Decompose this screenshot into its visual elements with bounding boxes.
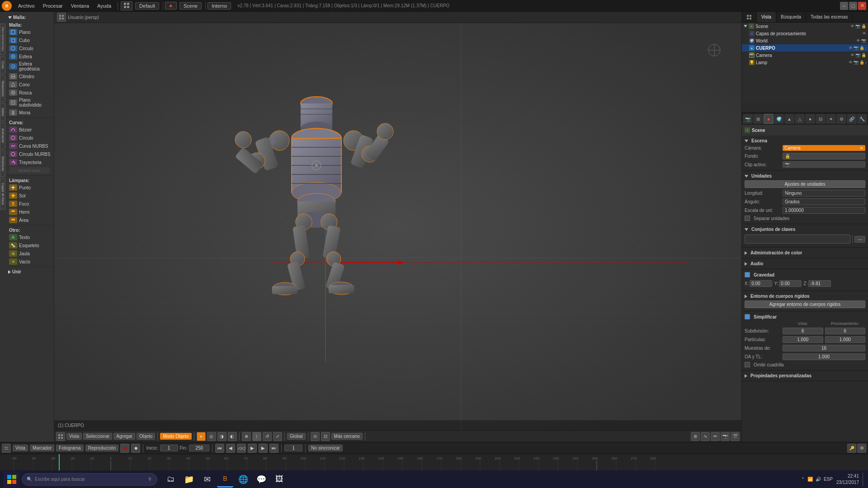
scene-vis-icon[interactable]: 👁 [850, 24, 854, 28]
keying-btn[interactable]: 🔑 [847, 444, 856, 453]
gpencil-btn[interactable]: ✏ [711, 432, 720, 441]
taskbar-clock[interactable]: 22:41 23/12/2017 [836, 473, 859, 486]
proportional-type[interactable]: ∿ [701, 432, 710, 441]
clip-value[interactable]: 📷 [783, 161, 865, 168]
lamp-vis-icon[interactable]: 👁 [849, 60, 853, 65]
scene-lock-icon[interactable]: 🔒 [861, 24, 866, 28]
sync-mode-btn[interactable]: No sincronizar [308, 445, 343, 451]
object-menu-btn[interactable]: Objeto [137, 433, 155, 440]
timeline-editor-type[interactable] [2, 444, 11, 453]
tool-plano[interactable]: Plano [6, 28, 54, 36]
tool-circulo-nurbs[interactable]: Círculo NURBS [6, 150, 54, 158]
tool-jaula[interactable]: ⊞ Jaula [6, 249, 54, 258]
start-button[interactable] [4, 471, 20, 488]
gravedad-checkbox[interactable] [745, 272, 750, 277]
scale-manipulator[interactable]: ⤢ [273, 432, 282, 441]
proportional-edit[interactable]: ⊚ [691, 432, 700, 441]
snap-mode-btn[interactable]: Más cercano [331, 433, 363, 440]
prop-object-btn[interactable]: ▲ [784, 114, 794, 124]
taskbar-mail[interactable]: ✉ [199, 471, 215, 488]
tool-texto[interactable]: A Texto [6, 233, 54, 241]
conjuntos-line-btn[interactable]: — [854, 236, 865, 243]
play-btn[interactable]: ▶ [248, 444, 257, 453]
taskbar-blender[interactable]: B [217, 471, 233, 488]
snap-toggle[interactable]: ⊙ [311, 432, 320, 441]
camara-value[interactable]: Camera ✕ [783, 145, 865, 151]
gravity-x-input[interactable] [750, 280, 772, 287]
world-vis-icon[interactable]: 👁 [856, 38, 860, 43]
prev-frame-btn[interactable]: ◀ [226, 444, 235, 453]
taskbar-up-arrow[interactable]: ⌃ [801, 477, 805, 482]
manipulator-btn[interactable]: ⊕ [242, 432, 251, 441]
tool-sol[interactable]: Sol [6, 192, 54, 200]
prop-material-btn[interactable]: ● [805, 114, 815, 124]
render-engine[interactable]: Interno [208, 2, 231, 9]
next-frame-btn[interactable]: ▶ [259, 444, 268, 453]
timeline-marcador-btn[interactable]: Marcador [30, 445, 54, 451]
microphone-icon[interactable]: 🎙 [148, 477, 152, 482]
timeline-body[interactable]: -50 -40 -30 -20 -10 0 10 20 30 40 50 60 … [0, 454, 868, 470]
tool-plano-subdividido[interactable]: Plano subdividido [6, 97, 54, 108]
conjuntos-input[interactable] [745, 235, 850, 244]
tool-esfera[interactable]: Esfera [6, 52, 54, 61]
tool-curva-nurbs[interactable]: Curva NURBS [6, 142, 54, 150]
fondo-value[interactable]: 🔒 [783, 153, 865, 160]
layers-vis-icon[interactable]: 👁 [862, 31, 866, 36]
outliner-tab-type[interactable] [742, 12, 757, 22]
angulo-value[interactable]: Grados [783, 198, 865, 205]
prop-particles-btn[interactable]: ✦ [826, 114, 836, 124]
tab-relaciones[interactable]: Relaciones [0, 75, 5, 102]
viewport-shading-solid[interactable]: ● [197, 432, 206, 441]
tab-animacion[interactable]: Animación [0, 122, 5, 149]
record-sel-btn[interactable]: ⏺ [131, 444, 140, 453]
muestras-input[interactable] [783, 345, 865, 352]
add-menu-btn[interactable]: Agregar [113, 433, 135, 440]
longitud-value[interactable]: Ninguno [783, 190, 865, 197]
tool-bezier[interactable]: Bézier [6, 126, 54, 134]
tool-mona[interactable]: Mona [6, 108, 54, 117]
taskbar-photos[interactable]: 🖼 [271, 471, 288, 488]
pivot-btn[interactable]: Global [287, 433, 306, 440]
outliner-row-scene[interactable]: 🔺 Scene 👁 📷 🔒 [742, 23, 868, 30]
render-btn[interactable]: 🎬 [731, 432, 740, 441]
lamp-lock-icon[interactable]: 🔒 [859, 60, 864, 65]
select-menu-btn[interactable]: Seleccionar [83, 433, 112, 440]
prop-world-btn[interactable]: 🌍 [774, 114, 784, 124]
escena-section-header[interactable]: Escena [745, 137, 865, 144]
current-frame-input[interactable] [284, 445, 302, 451]
simplificar-checkbox[interactable] [745, 314, 750, 319]
camera-render-icon[interactable]: 📷 [855, 53, 860, 57]
play-reverse-btn[interactable]: ◁◁ [237, 444, 246, 453]
tool-vacio[interactable]: ✦ Vacío [6, 258, 54, 266]
viewport-shading-wire[interactable]: ◎ [207, 432, 216, 441]
camera-view-btn[interactable]: 📷 [721, 432, 730, 441]
prop-physics-btn[interactable]: ⚙ [836, 114, 846, 124]
admin-color-header[interactable]: Administración de color [745, 249, 865, 256]
scene-name[interactable]: Scene [179, 2, 202, 9]
tab-fisica[interactable]: Capas de física [0, 178, 5, 210]
rotate-manipulator[interactable]: ↺ [263, 432, 272, 441]
tool-rosca[interactable]: Rosca [6, 89, 54, 97]
ajustes-btn[interactable]: Ajustes de unidades [745, 180, 865, 188]
tab-crear[interactable]: Crear [0, 56, 5, 74]
vp-editor-type[interactable] [56, 432, 65, 441]
simplificar-header[interactable]: Simplificar [745, 313, 865, 320]
layout-name[interactable]: Default [135, 2, 159, 9]
tool-cubo[interactable]: Cubo [6, 36, 54, 44]
tool-punto[interactable]: Punto [6, 183, 54, 192]
minimize-button[interactable]: − [840, 2, 848, 10]
tab-busqueda[interactable]: Búsqueda [776, 12, 806, 22]
snap-settings[interactable]: ⊡ [321, 432, 330, 441]
camara-close-icon[interactable]: ✕ [860, 146, 863, 150]
gravity-z-input[interactable] [808, 280, 831, 287]
show-desktop-btn[interactable] [863, 473, 864, 486]
scene-icon-btn[interactable]: 🔺 [165, 2, 177, 9]
skip-end-btn[interactable]: ⏭ [269, 444, 278, 453]
outliner-row-lamp[interactable]: 💡 Lamp 👁 📷 🔒 | [742, 59, 868, 66]
tab-todas-escenas[interactable]: Todas las escenas [806, 12, 853, 22]
outliner-row-camera[interactable]: 📷 Camera 👁 📷 🔒 [742, 52, 868, 59]
taskbar-chrome[interactable]: 🌐 [235, 471, 251, 488]
nav-widget[interactable] [708, 43, 721, 58]
entorno-section-header[interactable]: Entorno de cuerpos rígidos [745, 293, 865, 300]
tool-cono[interactable]: Cono [6, 80, 54, 89]
